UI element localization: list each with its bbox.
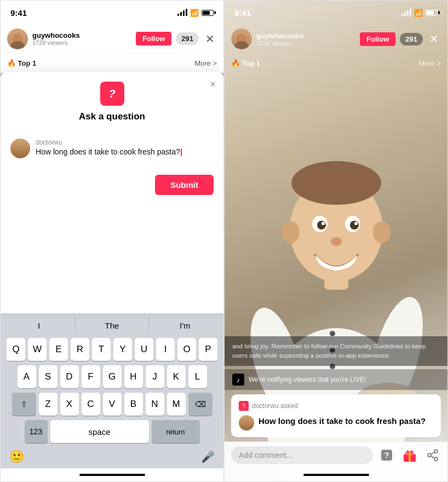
- battery-icon-right: [426, 10, 438, 16]
- time-right: 9:41: [234, 8, 251, 18]
- questioner-avatar: [10, 139, 30, 158]
- key-e[interactable]: E: [49, 338, 68, 361]
- tiktok-logo: ♪: [232, 374, 244, 386]
- question-mark-icon: ?: [108, 88, 115, 100]
- svg-line-30: [431, 456, 434, 458]
- status-icons-right: 📶: [401, 9, 438, 17]
- key-y[interactable]: Y: [113, 338, 132, 361]
- key-w[interactable]: W: [28, 338, 47, 361]
- submit-row: Submit: [10, 175, 214, 195]
- status-bar-right: 9:41 📶: [225, 1, 447, 25]
- question-content: doctorwu How long does it take to cook f…: [36, 139, 182, 156]
- key-i[interactable]: I: [156, 338, 175, 361]
- key-l[interactable]: L: [188, 365, 207, 388]
- keyboard-suggestions: I The I'm: [3, 318, 221, 334]
- header-bar-right: guywhocooks 1729 viewers Follow 291 ✕: [225, 25, 447, 53]
- key-n[interactable]: N: [146, 393, 164, 416]
- key-o[interactable]: O: [177, 338, 196, 361]
- key-t[interactable]: T: [92, 338, 111, 361]
- keyboard-row-1: Q W E R T Y U I O P: [3, 338, 221, 361]
- live-notification: ♪ We're notifying viewers that you're LI…: [225, 369, 447, 390]
- keyboard-row-4: 123 space return: [3, 420, 221, 443]
- keyboard: I The I'm Q W E R T Y U I O P A S D: [1, 313, 223, 468]
- key-b[interactable]: B: [124, 393, 143, 416]
- key-delete[interactable]: ⌫: [188, 393, 212, 416]
- key-h[interactable]: H: [124, 365, 143, 388]
- question-card-header: ? doctorwu asked: [239, 401, 433, 411]
- right-phone: 9:41 📶 guywhocooks 1729 viewers Follow 2…: [224, 0, 448, 482]
- live-notification-text: We're notifying viewers that you're LIVE…: [249, 376, 366, 383]
- microphone-button[interactable]: 🎤: [201, 450, 215, 463]
- modal-close-button[interactable]: ×: [210, 79, 216, 89]
- gift-action-button[interactable]: [401, 447, 418, 463]
- key-g[interactable]: G: [103, 365, 122, 388]
- share-action-button[interactable]: [424, 447, 441, 463]
- keyboard-row-2: A S D F G H J K L: [3, 365, 221, 388]
- key-j[interactable]: J: [146, 365, 164, 388]
- svg-text:?: ?: [384, 451, 389, 460]
- question-asker: doctorwu asked: [252, 402, 298, 410]
- svg-line-29: [431, 452, 434, 455]
- comment-input[interactable]: Add comment...: [231, 446, 373, 464]
- suggestion-im[interactable]: I'm: [149, 318, 221, 334]
- key-s[interactable]: S: [39, 365, 58, 388]
- avatar-right: [231, 28, 252, 49]
- key-m[interactable]: M: [167, 393, 186, 416]
- more-button-right[interactable]: More >: [418, 59, 441, 67]
- key-p[interactable]: P: [199, 338, 217, 361]
- key-shift[interactable]: ⇧: [12, 393, 36, 416]
- fire-top-badge-right: 🔥 Top 1: [231, 59, 260, 67]
- community-notice: and bring joy. Remember to follow our Co…: [225, 336, 447, 366]
- text-cursor: [181, 148, 182, 156]
- question-card-body: How long does it take to cook fresh past…: [239, 415, 433, 431]
- keyboard-bottom-row: 🙂 🎤: [3, 447, 221, 466]
- key-r[interactable]: R: [71, 338, 89, 361]
- home-bar-left: [79, 474, 145, 476]
- svg-point-28: [434, 457, 438, 461]
- key-k[interactable]: K: [167, 365, 186, 388]
- viewers-right: 1729 viewers: [256, 40, 355, 47]
- signal-icon-right: [401, 9, 411, 16]
- svg-point-26: [434, 450, 438, 453]
- key-x[interactable]: X: [60, 393, 79, 416]
- comment-actions: ?: [378, 447, 441, 463]
- question-card-icon-symbol: ?: [242, 403, 245, 409]
- question-card-avatar: [239, 415, 254, 431]
- submit-button[interactable]: Submit: [155, 175, 214, 195]
- home-bar-right: [303, 474, 369, 476]
- suggestion-i[interactable]: I: [3, 318, 76, 334]
- top-bar-right: 🔥 Top 1 More >: [225, 53, 447, 73]
- comment-bar: Add comment... ?: [225, 441, 447, 468]
- key-return[interactable]: return: [152, 420, 200, 443]
- close-button-right[interactable]: ✕: [427, 30, 441, 48]
- key-f[interactable]: F: [82, 365, 100, 388]
- user-info-right: guywhocooks 1729 viewers: [256, 32, 355, 47]
- home-indicator-right: [225, 468, 447, 481]
- questioner-username: doctorwu: [36, 139, 182, 146]
- key-u[interactable]: U: [135, 338, 153, 361]
- key-a[interactable]: A: [18, 365, 36, 388]
- key-q[interactable]: Q: [7, 338, 25, 361]
- key-d[interactable]: D: [60, 365, 79, 388]
- wifi-icon-right: 📶: [414, 9, 423, 17]
- question-card-text: How long does it take to cook fresh past…: [259, 415, 426, 427]
- key-v[interactable]: V: [103, 393, 122, 416]
- ask-question-modal: × ? Ask a question doctorwu How long doe…: [1, 72, 223, 313]
- key-numbers[interactable]: 123: [25, 420, 48, 443]
- key-c[interactable]: C: [82, 393, 100, 416]
- suggestion-the[interactable]: The: [76, 318, 148, 334]
- question-row: doctorwu How long does it take to cook f…: [10, 133, 214, 164]
- follow-button-right[interactable]: Follow: [360, 32, 395, 46]
- username-right: guywhocooks: [256, 32, 355, 40]
- keyboard-row-3: ⇧ Z X C V B N M ⌫: [3, 393, 221, 416]
- svg-point-27: [428, 454, 431, 457]
- question-card: ? doctorwu asked How long does it take t…: [231, 394, 441, 437]
- modal-title: Ask a question: [10, 111, 214, 122]
- key-z[interactable]: Z: [39, 393, 58, 416]
- emoji-button[interactable]: 🙂: [9, 450, 24, 464]
- question-action-button[interactable]: ?: [378, 447, 395, 463]
- key-space[interactable]: space: [50, 420, 149, 443]
- question-card-icon: ?: [239, 401, 249, 411]
- svg-rect-25: [409, 452, 411, 462]
- question-text: How long does it take to cook fresh past…: [36, 147, 182, 156]
